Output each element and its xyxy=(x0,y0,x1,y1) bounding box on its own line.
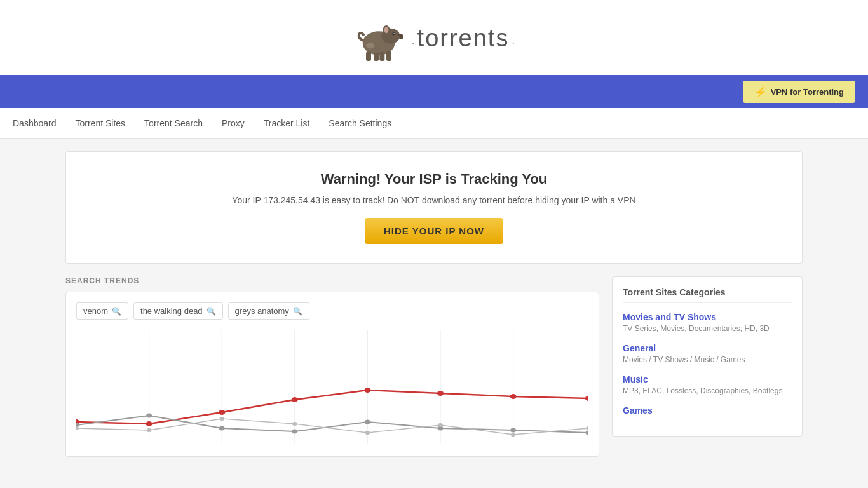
vpn-button-label: VPN for Torrenting xyxy=(771,87,844,97)
site-header: · torrents · xyxy=(0,0,868,75)
trend-tags: venom 🔍 the walking dead 🔍 greys anatomy… xyxy=(76,302,588,320)
svg-point-36 xyxy=(292,422,297,426)
nav-search-settings[interactable]: Search Settings xyxy=(329,116,391,131)
left-panel: SEARCH TRENDS venom 🔍 the walking dead 🔍… xyxy=(65,276,599,457)
svg-point-37 xyxy=(365,431,370,435)
content-row: SEARCH TRENDS venom 🔍 the walking dead 🔍… xyxy=(65,276,803,457)
trend-label-venom: venom xyxy=(83,306,108,316)
trend-label-greys-anatomy: greys anatomy xyxy=(235,306,289,316)
svg-point-39 xyxy=(511,433,516,437)
svg-rect-9 xyxy=(386,51,391,61)
vpn-button[interactable]: ⚡ VPN for Torrenting xyxy=(743,81,855,103)
trends-box: venom 🔍 the walking dead 🔍 greys anatomy… xyxy=(65,292,599,457)
svg-point-32 xyxy=(586,431,588,435)
nav-tracker-list[interactable]: Tracker List xyxy=(264,116,310,131)
category-movies-tv-desc: TV Series, Movies, Documentaries, HD, 3D xyxy=(623,324,792,333)
svg-point-24 xyxy=(585,396,588,401)
nav-dashboard[interactable]: Dashboard xyxy=(13,116,57,131)
svg-point-23 xyxy=(510,394,517,399)
svg-point-5 xyxy=(393,33,394,34)
svg-point-19 xyxy=(219,410,225,415)
nav-torrent-search[interactable]: Torrent Search xyxy=(144,116,203,131)
svg-point-3 xyxy=(384,27,388,33)
svg-point-40 xyxy=(586,426,588,430)
category-general-link[interactable]: General xyxy=(623,343,792,353)
svg-point-10 xyxy=(366,43,374,48)
hide-ip-button[interactable]: HIDE YOUR IP NOW xyxy=(365,218,503,244)
search-trends-label: SEARCH TRENDS xyxy=(65,276,599,285)
vpn-bolt-icon: ⚡ xyxy=(754,86,767,98)
svg-point-18 xyxy=(146,421,153,426)
sub-nav: Dashboard Torrent Sites Torrent Search P… xyxy=(0,108,868,139)
trend-label-walking-dead: the walking dead xyxy=(140,306,203,316)
svg-rect-7 xyxy=(374,53,379,61)
logo-dots-right: · xyxy=(512,36,515,49)
category-music-desc: MP3, FLAC, Lossless, Discographies, Boot… xyxy=(623,386,792,395)
svg-point-35 xyxy=(219,417,224,421)
main-content: Warning! Your ISP is Tracking You Your I… xyxy=(53,151,815,457)
logo-text: torrents xyxy=(417,25,510,51)
category-music-link[interactable]: Music xyxy=(623,374,792,384)
logo-text-area: · torrents · xyxy=(412,25,515,52)
svg-rect-6 xyxy=(366,51,371,61)
warning-title: Warning! Your ISP is Tracking You xyxy=(79,171,789,187)
trend-tag-walking-dead[interactable]: the walking dead 🔍 xyxy=(133,302,223,320)
svg-point-28 xyxy=(292,430,297,434)
nav-torrent-sites[interactable]: Torrent Sites xyxy=(76,116,126,131)
svg-point-26 xyxy=(146,414,152,418)
svg-rect-8 xyxy=(379,52,384,61)
category-music: Music MP3, FLAC, Lossless, Discographies… xyxy=(623,374,792,395)
svg-point-27 xyxy=(219,426,225,431)
warning-box: Warning! Your ISP is Tracking You Your I… xyxy=(65,151,803,264)
svg-point-4 xyxy=(392,32,395,35)
trend-tag-venom[interactable]: venom 🔍 xyxy=(76,302,128,320)
search-icon-venom: 🔍 xyxy=(112,307,121,316)
search-icon-walking-dead: 🔍 xyxy=(207,307,216,316)
category-movies-tv-link[interactable]: Movies and TV Shows xyxy=(623,312,792,322)
right-panel: Torrent Sites Categories Movies and TV S… xyxy=(612,276,803,457)
warning-text: Your IP 173.245.54.43 is easy to track! … xyxy=(79,195,789,205)
svg-point-34 xyxy=(147,428,152,432)
logo-dots-left: · xyxy=(412,36,415,49)
category-games-link[interactable]: Games xyxy=(623,405,792,416)
category-movies-tv: Movies and TV Shows TV Series, Movies, D… xyxy=(623,312,792,333)
svg-point-38 xyxy=(438,423,443,427)
category-general: General Movies / TV Shows / Music / Game… xyxy=(623,343,792,364)
categories-title: Torrent Sites Categories xyxy=(623,287,792,303)
category-general-desc: Movies / TV Shows / Music / Games xyxy=(623,355,792,364)
chart-area xyxy=(76,330,588,444)
category-games: Games xyxy=(623,405,792,416)
svg-point-21 xyxy=(364,388,370,393)
trends-chart xyxy=(76,330,588,444)
svg-point-31 xyxy=(510,428,516,433)
svg-point-29 xyxy=(365,420,370,424)
svg-point-22 xyxy=(437,391,444,396)
categories-box: Torrent Sites Categories Movies and TV S… xyxy=(612,276,803,437)
logo-area: · torrents · xyxy=(353,13,515,64)
logo-icon xyxy=(353,13,404,64)
trend-tag-greys-anatomy[interactable]: greys anatomy 🔍 xyxy=(228,302,309,320)
nav-bar: ⚡ VPN for Torrenting xyxy=(0,75,868,108)
svg-point-33 xyxy=(76,426,79,430)
nav-proxy[interactable]: Proxy xyxy=(222,116,245,131)
svg-point-20 xyxy=(292,397,298,402)
search-icon-greys-anatomy: 🔍 xyxy=(293,307,302,316)
